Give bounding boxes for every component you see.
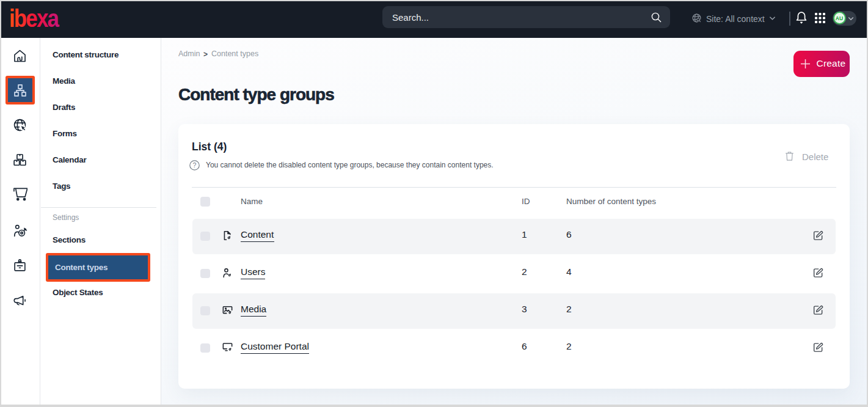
- svg-text:?: ?: [193, 161, 197, 169]
